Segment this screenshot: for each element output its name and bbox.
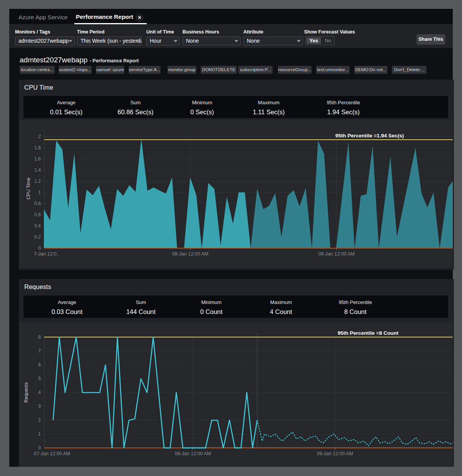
svg-text:0: 0 xyxy=(38,445,41,451)
svg-text:08-Jan 12:00 AM: 08-Jan 12:00 AM xyxy=(175,451,211,456)
svg-text:1: 1 xyxy=(38,431,41,437)
svg-text:07-Jan 12:00 AM: 07-Jan 12:00 AM xyxy=(34,451,70,456)
svg-text:7: 7 xyxy=(38,348,41,354)
svg-text:6: 6 xyxy=(38,362,41,367)
svg-text:3: 3 xyxy=(38,404,41,409)
svg-text:09-Jan 12:00 AM: 09-Jan 12:00 AM xyxy=(317,451,353,456)
svg-text:5: 5 xyxy=(38,376,41,381)
svg-text:8: 8 xyxy=(38,334,41,340)
svg-text:Requests: Requests xyxy=(23,382,29,403)
svg-text:2: 2 xyxy=(38,418,41,423)
svg-text:95th Percentile =8 Count: 95th Percentile =8 Count xyxy=(338,330,398,336)
svg-text:4: 4 xyxy=(38,390,41,395)
